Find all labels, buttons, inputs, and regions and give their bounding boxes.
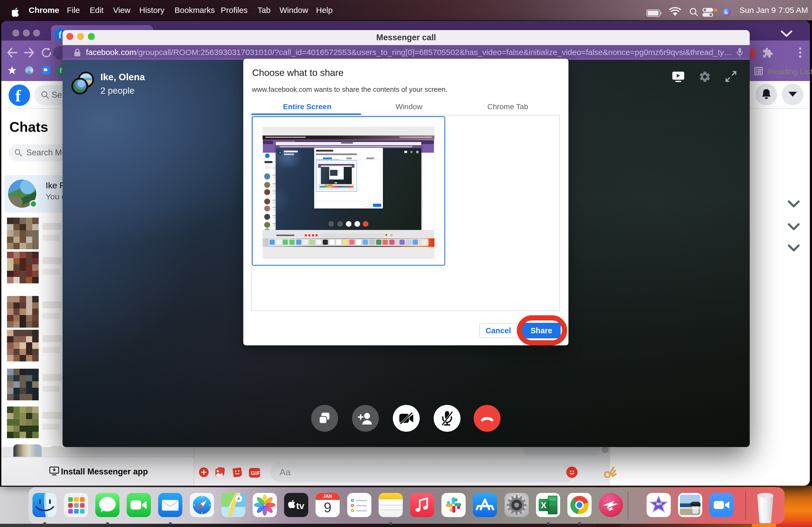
svg-text:tv: tv [296, 501, 304, 511]
